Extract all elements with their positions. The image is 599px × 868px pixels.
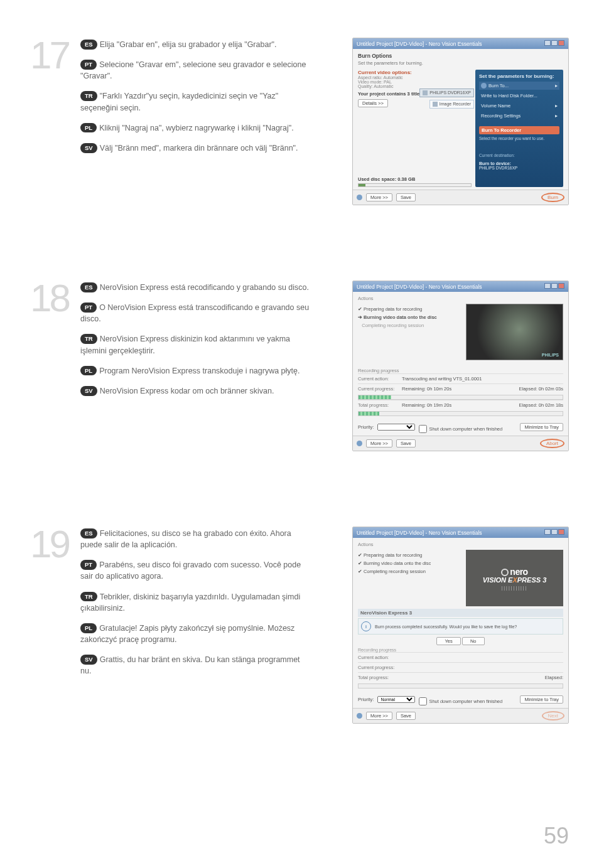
heading: Burn Options bbox=[358, 53, 563, 59]
lang-badge: ES bbox=[80, 528, 97, 538]
abort-button[interactable]: Abort bbox=[540, 439, 564, 448]
details-button[interactable]: Details >> bbox=[358, 99, 388, 107]
maximize-icon[interactable] bbox=[551, 40, 558, 46]
help-icon[interactable] bbox=[357, 195, 362, 200]
window-body: Burn Options Set the parameters for burn… bbox=[353, 49, 568, 190]
checkbox-input[interactable] bbox=[419, 697, 427, 705]
window-buttons[interactable] bbox=[544, 529, 564, 536]
opt-line: Quality: Automatic bbox=[358, 84, 472, 88]
item-label: Write to Hard Disk Folder... bbox=[481, 93, 537, 99]
current-progress-row: Current progress:Remaining: 0h 10m 20sEl… bbox=[358, 383, 563, 394]
lang-badge: PT bbox=[80, 60, 97, 70]
save-button[interactable]: Save bbox=[396, 712, 416, 720]
recorder-icon bbox=[423, 90, 428, 95]
minimize-tray-button[interactable]: Minimize to Tray bbox=[520, 423, 563, 431]
priority-select[interactable] bbox=[377, 424, 415, 431]
close-icon[interactable] bbox=[558, 529, 564, 535]
yes-button[interactable]: Yes bbox=[436, 637, 460, 645]
more-button[interactable]: More >> bbox=[366, 439, 392, 447]
step-number: 17 bbox=[30, 38, 80, 73]
minimize-icon[interactable] bbox=[544, 283, 551, 289]
lang-pl: PLKliknij "Nagraj na", wybierz nagrywark… bbox=[80, 122, 313, 134]
burn-device-label: Burn to device: bbox=[479, 161, 559, 166]
recorder-icon bbox=[433, 102, 438, 107]
total-progress-row: Total progress:Remaining: 0h 19m 20sElap… bbox=[358, 400, 563, 410]
step-body: ESElija "Grabar en", elija su grabador y… bbox=[80, 38, 352, 163]
lang-badge: TR bbox=[80, 334, 97, 344]
checkbox-input[interactable] bbox=[419, 425, 427, 433]
step-17: 17 ESElija "Grabar en", elija su grabado… bbox=[30, 38, 569, 205]
close-icon[interactable] bbox=[558, 283, 564, 289]
next-button[interactable]: Next bbox=[542, 711, 564, 721]
minimize-icon[interactable] bbox=[544, 40, 551, 46]
window-titlebar: Untitled Project [DVD-Video] - Nero Visi… bbox=[353, 38, 568, 49]
priority-label: Priority: bbox=[358, 424, 374, 430]
window-titlebar: Untitled Project [DVD-Video] - Nero Visi… bbox=[353, 281, 568, 292]
lang-badge: SV bbox=[80, 143, 97, 153]
shutdown-checkbox[interactable]: Shut down computer when finished bbox=[419, 425, 502, 433]
more-button[interactable]: More >> bbox=[366, 193, 392, 201]
volume-name-item[interactable]: Volume Name▸ bbox=[479, 102, 559, 110]
lang-text: Felicitaciones, su disco se ha grabado c… bbox=[80, 529, 291, 549]
lang-badge: SV bbox=[80, 655, 97, 665]
progress-bar bbox=[358, 395, 563, 400]
step-number: 18 bbox=[30, 281, 80, 316]
no-button[interactable]: No bbox=[462, 637, 485, 645]
burn-to-recorder[interactable]: Burn To Recorder bbox=[479, 126, 559, 134]
lang-text: Välj "Bränn med", markera din brännare o… bbox=[100, 144, 298, 153]
remaining: Remaining: 0h 19m 20s bbox=[402, 402, 483, 408]
minimize-icon[interactable] bbox=[544, 529, 551, 535]
chevron-right-icon: ▸ bbox=[555, 113, 558, 119]
lang-badge: TR bbox=[80, 592, 97, 602]
burn-button[interactable]: Burn bbox=[541, 193, 564, 202]
step-body: ESNeroVision Express está recodificando … bbox=[80, 281, 352, 405]
help-icon[interactable] bbox=[357, 713, 362, 719]
write-hdd-item[interactable]: Write to Hard Disk Folder... bbox=[479, 92, 559, 100]
lang-es: ESElija "Grabar en", elija su grabador y… bbox=[80, 39, 313, 50]
close-icon[interactable] bbox=[558, 40, 564, 46]
screenshot-complete: Untitled Project [DVD-Video] - Nero Visi… bbox=[352, 527, 569, 724]
chevron-right-icon: ▸ bbox=[555, 103, 558, 109]
nero-subtitle: VISION EXPRESS 3 bbox=[483, 576, 547, 584]
window-buttons[interactable] bbox=[544, 40, 564, 47]
lang-text: Kliknij "Nagraj na", wybierz nagrywarkę … bbox=[99, 124, 294, 132]
action-label: Burning video data onto the disc bbox=[364, 560, 431, 566]
nero-logo: nero bbox=[501, 567, 527, 577]
item-label: Burn To Recorder bbox=[482, 127, 521, 133]
save-button[interactable]: Save bbox=[396, 193, 416, 201]
current-dest-label: Current destination: bbox=[479, 153, 559, 158]
nero-ring-icon bbox=[501, 569, 509, 576]
recorder-option[interactable]: PHILIPS DVDR16XP bbox=[419, 88, 474, 97]
maximize-icon[interactable] bbox=[551, 283, 558, 289]
elapsed: Elapsed: 0h 02m 18s bbox=[483, 402, 564, 408]
save-button[interactable]: Save bbox=[396, 439, 416, 447]
shutdown-checkbox[interactable]: Shut down computer when finished bbox=[419, 697, 502, 705]
window-buttons[interactable] bbox=[544, 283, 564, 290]
action-item: ✔ Completing recording session bbox=[358, 569, 461, 574]
help-icon[interactable] bbox=[357, 441, 362, 446]
burn-to-item[interactable]: Burn To...▸ bbox=[479, 82, 559, 90]
lang-badge: ES bbox=[80, 40, 97, 50]
right-panel: Set the parameters for burning: Burn To.… bbox=[475, 70, 563, 187]
action-label: Completing recording session bbox=[364, 569, 426, 574]
lang-text: O NeroVision Express está transcodifican… bbox=[80, 303, 309, 323]
current-action-row: Current action: bbox=[358, 652, 563, 662]
minimize-tray-button[interactable]: Minimize to Tray bbox=[520, 695, 563, 704]
lang-badge: PL bbox=[80, 366, 97, 376]
recorder-option[interactable]: Image Recorder bbox=[429, 100, 474, 109]
total-progress-row: Total progress:Elapsed: bbox=[358, 672, 563, 682]
rec-settings-item[interactable]: Recording Settings▸ bbox=[479, 112, 559, 120]
completion-dialog: i Burn process completed successfully. W… bbox=[358, 618, 563, 635]
lang-tr: TRTebrikler, diskiniz başarıyla yazdırıl… bbox=[80, 591, 313, 614]
maximize-icon[interactable] bbox=[551, 529, 558, 535]
progress-bar bbox=[358, 683, 563, 689]
select-recorder-hint: Select the recorder you want to use. bbox=[479, 136, 559, 141]
more-button[interactable]: More >> bbox=[366, 712, 392, 720]
window-footer: More >> Save Next bbox=[353, 708, 568, 723]
label: Current action: bbox=[358, 376, 402, 382]
video-preview: PHILIPS bbox=[466, 304, 563, 360]
panel-header: Set the parameters for burning: bbox=[479, 73, 559, 79]
checkbox-label: Shut down computer when finished bbox=[429, 426, 502, 432]
lang-es: ESNeroVision Express está recodificando … bbox=[80, 282, 313, 293]
priority-select[interactable]: Normal bbox=[377, 696, 415, 703]
